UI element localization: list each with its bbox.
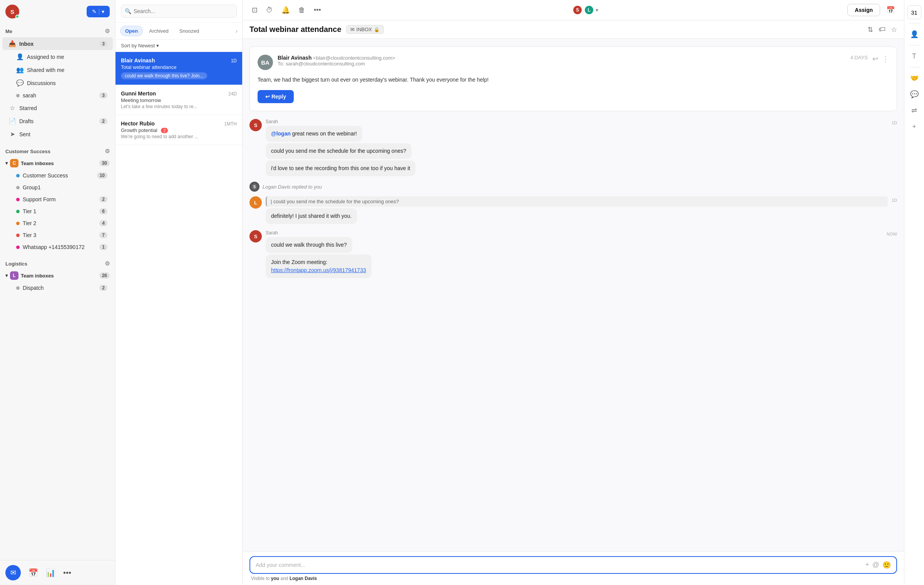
assign-button[interactable]: Assign xyxy=(847,4,880,16)
tab-archived[interactable]: Archived xyxy=(144,26,173,36)
archive-icon[interactable]: ⊡ xyxy=(249,4,260,16)
email-sender-avatar: BA xyxy=(258,55,273,70)
support-form-dot xyxy=(16,198,20,201)
conversation-item-hector[interactable]: Hector Rubio 1MTH Growth potential 2 We'… xyxy=(116,115,242,145)
zoom-link[interactable]: https://frontapp.zoom.us/j/93817941733 xyxy=(271,267,366,273)
tag-icon[interactable]: 🏷 xyxy=(879,25,886,33)
sarah-bubble-3: i'd love to see the recording from this … xyxy=(266,160,415,176)
sent-item[interactable]: ➤ Sent xyxy=(2,128,113,140)
dispatch-inbox[interactable]: Dispatch 2 xyxy=(2,282,113,294)
tab-arrow-icon[interactable]: › xyxy=(236,28,238,35)
compose-chevron: ▾ xyxy=(99,8,104,15)
delete-icon[interactable]: 🗑 xyxy=(296,5,308,16)
inbox-nav-item[interactable]: 📥 Inbox 3 xyxy=(2,37,113,50)
reply-button[interactable]: ↩ Reply xyxy=(258,90,294,103)
sarah-bubble-5: Join the Zoom meeting: https://frontapp.… xyxy=(266,254,372,278)
visible-note: Visible to you and Logan Davis xyxy=(249,576,897,581)
cs-settings-icon[interactable]: ⚙ xyxy=(105,148,110,155)
lock-icon: 🔒 xyxy=(374,27,380,32)
logistics-team-avatar: L xyxy=(10,271,18,280)
more-footer-icon[interactable]: ••• xyxy=(63,568,71,577)
tier3-inbox[interactable]: Tier 3 7 xyxy=(2,229,113,241)
logan-assignee-avatar: L xyxy=(584,5,594,15)
person-action-icon[interactable]: 🤝 xyxy=(907,71,921,85)
search-input[interactable] xyxy=(121,5,237,18)
person-icon: 👤 xyxy=(16,53,24,60)
customer-success-inbox[interactable]: Customer Success 10 xyxy=(2,170,113,181)
sarah-bubble-2: could you send me the schedule for the u… xyxy=(266,143,412,159)
compose-icon: ✎ xyxy=(92,8,97,15)
drafts-icon: 📄 xyxy=(8,117,16,125)
rs-separator-1 xyxy=(909,23,920,23)
shared-with-me-item[interactable]: 👥 Shared with me xyxy=(2,64,113,76)
chat-content-sarah-2: Sarah could we walk through this live? J… xyxy=(266,230,883,280)
calendar-toolbar-icon[interactable]: 📅 xyxy=(884,4,897,16)
discussions-item[interactable]: 💬 Discussions xyxy=(2,77,113,89)
contact-card-icon[interactable]: 👤 xyxy=(907,27,921,41)
inbox-icon: ✉ xyxy=(350,27,355,32)
sort-chevron-icon[interactable]: ▾ xyxy=(156,43,159,48)
compose-button[interactable]: ✎ ▾ xyxy=(87,6,110,17)
conversation-list: Blair Avinash 1D Total webinar attendanc… xyxy=(116,52,242,585)
system-text: Logan Davis replied to you xyxy=(263,184,322,190)
search-icon: 🔍 xyxy=(125,8,131,14)
sarah-chat-avatar-2: S xyxy=(249,230,262,242)
sarah-chat-avatar: S xyxy=(249,119,262,131)
email-body: Team, we had the biggest turn out ever o… xyxy=(258,75,889,84)
mention-comment-icon[interactable]: @ xyxy=(872,561,879,569)
text-icon[interactable]: T xyxy=(907,49,921,63)
calendar-date-icon[interactable]: 31 xyxy=(907,5,921,19)
whatsapp-inbox[interactable]: Whatsapp +14155390172 1 xyxy=(2,241,113,253)
comment-input-wrap: + @ 🙂 xyxy=(249,556,897,574)
more-email-icon[interactable]: ⋮ xyxy=(882,55,889,63)
assignee-avatars: S L ▾ xyxy=(572,5,598,15)
conversation-item-blair[interactable]: Blair Avinash 1D Total webinar attendanc… xyxy=(116,52,242,85)
sarah-name-2: Sarah xyxy=(266,230,883,236)
logistics-team-header[interactable]: ▾ L Team inboxes 26 xyxy=(0,269,115,282)
comment-icons: + @ 🙂 xyxy=(865,561,891,569)
drafts-item[interactable]: 📄 Drafts 2 xyxy=(2,115,113,127)
snooze-icon[interactable]: ⏱ xyxy=(264,5,275,16)
calendar-footer-icon[interactable]: 📅 xyxy=(28,568,38,577)
add-icon[interactable]: + xyxy=(907,120,921,134)
logistics-settings-icon[interactable]: ⚙ xyxy=(105,260,110,267)
starred-item[interactable]: ☆ Starred xyxy=(2,102,113,114)
sarah-item[interactable]: sarah 3 xyxy=(2,90,113,101)
tier1-inbox[interactable]: Tier 1 6 xyxy=(2,206,113,217)
star-header-icon[interactable]: ☆ xyxy=(891,25,897,34)
sort-button[interactable]: Sort by Newest xyxy=(121,43,155,48)
emoji-comment-icon[interactable]: 🙂 xyxy=(882,561,891,569)
user-avatar[interactable]: S xyxy=(5,5,19,18)
notification-icon[interactable]: 🔔 xyxy=(279,4,292,16)
mention-logan: @logan xyxy=(271,130,291,137)
main-toolbar: ⊡ ⏱ 🔔 🗑 ••• S L ▾ Assign 📅 xyxy=(243,0,904,20)
group1-dot xyxy=(16,186,20,189)
comment-input[interactable] xyxy=(256,562,862,568)
more-options-icon[interactable]: ••• xyxy=(311,5,323,16)
tier2-inbox[interactable]: Tier 2 4 xyxy=(2,217,113,229)
sent-icon: ➤ xyxy=(8,130,16,138)
inbox-footer-icon[interactable]: ✉ xyxy=(5,565,21,580)
replied-to-bubble: | could you send me the schedule for the… xyxy=(266,196,888,207)
tier2-dot xyxy=(16,222,20,225)
assignee-chevron-icon[interactable]: ▾ xyxy=(596,7,598,13)
support-form-inbox[interactable]: Support Form 2 xyxy=(2,194,113,205)
chat-content-logan-1: | could you send me the schedule for the… xyxy=(266,196,888,226)
move-icon[interactable]: ⇅ xyxy=(867,25,873,34)
me-settings-icon[interactable]: ⚙ xyxy=(105,28,110,35)
group1-inbox[interactable]: Group1 xyxy=(2,182,113,193)
tier3-dot xyxy=(16,234,20,237)
tab-snoozed[interactable]: Snoozed xyxy=(175,26,204,36)
tab-open[interactable]: Open xyxy=(120,26,143,36)
assigned-to-me-item[interactable]: 👤 Assigned to me xyxy=(2,50,113,63)
chevron-down-icon: ▾ xyxy=(5,160,8,166)
add-comment-icon[interactable]: + xyxy=(865,561,869,569)
chart-footer-icon[interactable]: 📊 xyxy=(46,568,55,577)
search-bar: 🔍 xyxy=(116,0,242,23)
arrow-transfer-icon[interactable]: ⇌ xyxy=(907,104,921,117)
bubble-icon[interactable]: 💬 xyxy=(907,87,921,101)
team-inboxes-header[interactable]: ▾ C Team inboxes 30 xyxy=(0,157,115,169)
reply-quick-icon[interactable]: ↩ xyxy=(872,55,878,63)
conversations-panel: 🔍 Open Archived Snoozed › Sort by Newest… xyxy=(116,0,243,585)
conversation-item-gunni[interactable]: Gunni Merton 24D Meeting tomorrow Let's … xyxy=(116,85,242,115)
